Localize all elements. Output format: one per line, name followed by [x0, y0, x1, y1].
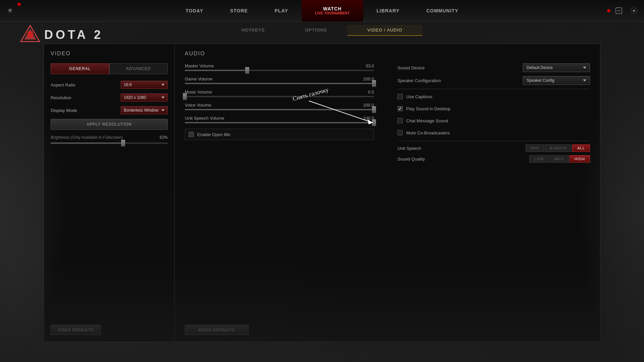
tab-hotkeys[interactable]: HOTKEYS	[221, 25, 285, 36]
notification-dot-right	[607, 9, 610, 12]
brightness-label: Brightness (Only Available in Fullscreen…	[51, 135, 123, 140]
aspect-ratio-row: Aspect Ratio 16:9	[51, 81, 168, 89]
resolution-chevron	[161, 97, 165, 99]
game-volume-row: Game Volume 100.0	[185, 76, 374, 81]
resolution-dropdown[interactable]: 644 x 362	[121, 94, 168, 102]
sound-device-label: Sound Device	[397, 65, 425, 70]
unit-speech-all-btn[interactable]: ALL	[572, 144, 590, 152]
unit-speech-buttons: OFF EVENTS ALL	[526, 144, 590, 152]
svg-rect-0	[616, 8, 622, 14]
nav-left	[0, 4, 17, 17]
brightness-row: Brightness (Only Available in Fullscreen…	[51, 135, 168, 140]
nav-item-store[interactable]: STORE	[217, 0, 261, 21]
nav-item-library[interactable]: LIBRARY	[363, 0, 413, 21]
settings-icon-btn[interactable]	[3, 4, 17, 17]
nav-item-watch[interactable]: WATCH LIVE TOURNAMENT	[302, 0, 363, 21]
mute-cobroadcasters-row: Mute Co-Broadcasters	[397, 129, 590, 137]
nav-item-today[interactable]: TODAY	[172, 0, 217, 21]
voice-volume-row: Voice Volume 100.0	[185, 103, 374, 108]
voice-volume-slider[interactable]	[185, 109, 374, 110]
music-volume-slider[interactable]	[185, 96, 374, 97]
speaker-config-dropdown[interactable]: Speaker Config	[523, 76, 590, 85]
sound-quality-low-btn[interactable]: LOW	[529, 155, 549, 163]
open-mic-label: Enable Open Mic	[197, 132, 231, 137]
open-mic-checkbox[interactable]	[189, 132, 194, 137]
sound-quality-med-btn[interactable]: MED	[549, 155, 569, 163]
play-sound-desktop-row: ✓ Play Sound in Desktop	[397, 105, 590, 113]
apply-resolution-btn[interactable]: APPLY RESOLUTION	[51, 119, 168, 130]
unit-speech-volume-label: Unit Speech Volume	[185, 116, 224, 121]
tab-video-audio[interactable]: VIDEO / AUDIO	[347, 25, 423, 36]
divider-1	[397, 89, 590, 89]
brightness-thumb[interactable]	[121, 140, 125, 146]
svg-point-1	[633, 10, 635, 12]
video-panel: VIDEO GENERAL ADVANCED Aspect Ratio 16:9…	[44, 44, 175, 342]
unit-speech-volume-slider[interactable]	[185, 122, 374, 123]
advanced-tab-btn[interactable]: ADVANCED	[109, 63, 168, 74]
divider-2	[397, 141, 590, 141]
sound-device-chevron	[583, 67, 586, 69]
resolution-label: Resolution	[51, 95, 71, 100]
audio-section-title: AUDIO	[185, 51, 590, 57]
audio-defaults-btn[interactable]: AUDIO DEFAULTS	[185, 325, 249, 335]
speaker-config-label: Speaker Configuration	[397, 78, 441, 83]
master-volume-label: Master Volume	[185, 63, 214, 68]
nav-item-community[interactable]: COMMUNITY	[413, 0, 472, 21]
master-volume-value: 33.0	[366, 63, 374, 68]
checkmark-icon: ✓	[398, 106, 402, 111]
sound-device-row: Sound Device Default Device	[397, 63, 590, 72]
speaker-config-row: Speaker Configuration Speaker Config	[397, 76, 590, 85]
unit-speech-volume-thumb[interactable]	[372, 119, 376, 126]
audio-panel: AUDIO Master Volume 33.0 Game Volume 100…	[175, 44, 600, 342]
speaker-config-chevron	[583, 79, 586, 81]
gear-icon-btn[interactable]	[627, 4, 641, 17]
unit-speech-off-btn[interactable]: OFF	[526, 144, 544, 152]
sound-quality-buttons: LOW MED HIGH	[529, 155, 590, 163]
voice-volume-fill	[185, 109, 374, 110]
resolution-row: Resolution 644 x 362	[51, 94, 168, 102]
master-volume-thumb[interactable]	[245, 67, 249, 74]
dota-logo	[20, 25, 40, 45]
game-volume-slider[interactable]	[185, 83, 374, 84]
display-mode-dropdown[interactable]: Borderless Window	[121, 106, 168, 114]
display-mode-row: Display Mode Borderless Window	[51, 106, 168, 114]
sound-device-dropdown[interactable]: Default Device	[523, 63, 590, 72]
nav-center: TODAY STORE PLAY WATCH LIVE TOURNAMENT L…	[172, 0, 472, 21]
general-tab-btn[interactable]: GENERAL	[51, 63, 109, 74]
unit-speech-events-btn[interactable]: EVENTS	[545, 144, 572, 152]
app-title: DOTA 2	[44, 28, 103, 42]
nav-item-play[interactable]: PLAY	[261, 0, 302, 21]
settings-panel: VIDEO GENERAL ADVANCED Aspect Ratio 16:9…	[44, 44, 600, 342]
voice-volume-thumb[interactable]	[372, 106, 376, 113]
use-captions-checkbox[interactable]	[397, 94, 403, 99]
nav-right	[607, 4, 644, 17]
video-tab-buttons: GENERAL ADVANCED	[51, 63, 168, 74]
top-nav: TODAY STORE PLAY WATCH LIVE TOURNAMENT L…	[0, 0, 644, 21]
tab-bar: HOTKEYS OPTIONS VIDEO / AUDIO	[221, 25, 422, 36]
tab-options[interactable]: OPTIONS	[285, 25, 347, 36]
chat-message-sound-label: Chat Message Sound	[406, 118, 448, 123]
aspect-ratio-dropdown[interactable]: 16:9	[121, 81, 168, 89]
master-volume-slider[interactable]	[185, 70, 374, 71]
mute-cobroadcasters-label: Mute Co-Broadcasters	[406, 130, 450, 135]
sound-quality-high-btn[interactable]: HIGH	[570, 155, 590, 163]
brightness-slider[interactable]	[51, 142, 168, 144]
unit-speech-volume-row: Unit Speech Volume 100.0	[185, 116, 374, 121]
master-volume-row: Master Volume 33.0	[185, 63, 374, 68]
game-volume-fill	[185, 83, 374, 84]
mute-cobroadcasters-checkbox[interactable]	[397, 130, 403, 135]
unit-speech-volume-fill	[185, 122, 374, 123]
game-volume-thumb[interactable]	[372, 80, 376, 87]
chat-message-sound-row: Chat Message Sound	[397, 117, 590, 125]
play-sound-desktop-label: Play Sound in Desktop	[406, 106, 450, 111]
aspect-ratio-chevron	[161, 84, 165, 86]
profile-icon-btn[interactable]	[612, 4, 626, 17]
video-section-title: VIDEO	[51, 51, 168, 57]
music-volume-thumb[interactable]	[183, 93, 187, 100]
chat-message-sound-checkbox[interactable]	[397, 118, 403, 123]
audio-grid: Master Volume 33.0 Game Volume 100.0	[185, 63, 590, 163]
sound-quality-label: Sound Quality	[397, 157, 425, 162]
play-sound-desktop-checkbox[interactable]: ✓	[397, 106, 403, 111]
video-defaults-btn[interactable]: VIDEO DEFAULTS	[51, 325, 101, 335]
display-mode-chevron	[161, 109, 165, 111]
